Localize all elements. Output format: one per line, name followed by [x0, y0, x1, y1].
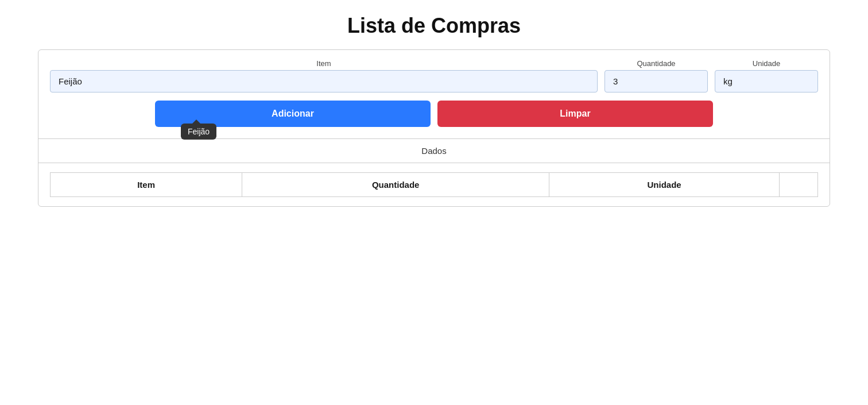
item-label: Item: [50, 59, 598, 68]
table-header-actions: [780, 173, 818, 197]
table-header-item: Item: [51, 173, 242, 197]
table-header-unit: Unidade: [549, 173, 780, 197]
autocomplete-tooltip[interactable]: Feijão: [181, 124, 216, 140]
table-header-quantity: Quantidade: [242, 173, 549, 197]
table-header-row: Item Quantidade Unidade: [51, 173, 818, 197]
unit-input[interactable]: [715, 70, 818, 92]
table-head: Item Quantidade Unidade: [51, 173, 818, 197]
quantity-label: Quantidade: [604, 59, 708, 68]
unit-field-group: Unidade: [715, 59, 818, 92]
quantity-input[interactable]: [604, 70, 708, 92]
clear-button[interactable]: Limpar: [437, 101, 713, 127]
item-field-group: Item: [50, 59, 598, 92]
buttons-row: Adicionar Limpar: [50, 101, 818, 127]
item-input[interactable]: [50, 70, 598, 92]
table-section: Item Quantidade Unidade: [38, 163, 830, 206]
unit-label: Unidade: [715, 59, 818, 68]
page-title: Lista de Compras: [0, 0, 868, 49]
quantity-field-group: Quantidade: [604, 59, 708, 92]
dados-label: Dados: [421, 146, 446, 156]
main-container: Item Quantidade Unidade Feijão Adicionar…: [38, 49, 830, 207]
data-table: Item Quantidade Unidade: [50, 172, 818, 197]
dados-section: Dados: [38, 139, 830, 163]
form-section: Item Quantidade Unidade Feijão Adicionar…: [38, 50, 830, 139]
form-row: Item Quantidade Unidade: [50, 59, 818, 92]
